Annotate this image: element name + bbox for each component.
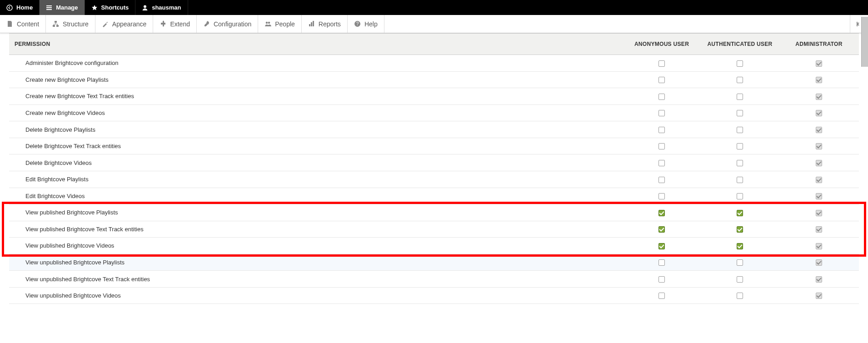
permission-cell (623, 55, 701, 72)
toolbar-manage[interactable]: Manage (40, 0, 85, 15)
menu-content[interactable]: Content (0, 15, 46, 33)
menu-appearance[interactable]: Appearance (95, 15, 154, 33)
checkbox[interactable] (737, 210, 743, 216)
permission-cell (623, 188, 701, 204)
checkbox[interactable] (658, 210, 665, 216)
toolbar-shortcuts[interactable]: Shortcuts (85, 0, 136, 15)
menu-structure[interactable]: Structure (46, 15, 95, 33)
permission-cell (623, 204, 701, 221)
checkbox-locked (816, 94, 822, 100)
checkbox[interactable] (658, 193, 665, 199)
permission-label: Edit Brightcove Videos (9, 188, 623, 204)
permission-cell (701, 188, 779, 204)
checkbox[interactable] (658, 110, 665, 116)
checkbox[interactable] (737, 77, 743, 83)
checkbox[interactable] (737, 276, 743, 283)
table-row: Create new Brightcove Playlists (9, 71, 859, 88)
table-row: View published Brightcove Text Track ent… (9, 221, 859, 238)
permission-cell (779, 221, 859, 238)
menu-help-label: Help (364, 20, 378, 28)
svg-rect-2 (55, 21, 57, 23)
permission-cell (623, 154, 701, 171)
checkbox[interactable] (658, 160, 665, 166)
table-row: View unpublished Brightcove Text Track e… (9, 271, 859, 288)
menu-content-label: Content (17, 20, 39, 28)
checkbox[interactable] (658, 293, 665, 299)
checkbox[interactable] (737, 259, 743, 266)
permission-cell (701, 154, 779, 171)
toolbar-user[interactable]: shausman (135, 0, 188, 15)
permissions-table: Permission Anonymous user Authenticated … (9, 33, 859, 304)
checkbox-locked (816, 177, 822, 183)
checkbox-locked (816, 210, 822, 216)
permission-cell (701, 121, 779, 138)
checkbox[interactable] (658, 243, 665, 249)
permission-cell (623, 138, 701, 154)
checkbox[interactable] (658, 276, 665, 283)
permission-label: Create new Brightcove Playlists (9, 71, 623, 88)
checkbox[interactable] (737, 60, 743, 67)
table-row: View published Brightcove Playlists (9, 204, 859, 221)
people-icon (264, 20, 271, 27)
menu-extend[interactable]: Extend (153, 15, 197, 33)
checkbox[interactable] (737, 160, 743, 166)
permission-cell (779, 287, 859, 304)
checkbox[interactable] (737, 243, 743, 249)
checkbox[interactable] (658, 259, 665, 266)
checkbox[interactable] (737, 226, 743, 233)
permission-label: Delete Brightcove Playlists (9, 121, 623, 138)
checkbox[interactable] (737, 177, 743, 183)
checkbox-locked (816, 293, 822, 299)
menu-help[interactable]: ? Help (348, 15, 384, 33)
menu-people[interactable]: People (258, 15, 302, 33)
checkbox[interactable] (658, 60, 665, 67)
checkbox[interactable] (737, 293, 743, 299)
col-anonymous: Anonymous user (623, 34, 701, 55)
checkbox-locked (816, 60, 822, 67)
table-row: Delete Brightcove Videos (9, 154, 859, 171)
permission-label: Edit Brightcove Playlists (9, 171, 623, 188)
svg-point-5 (266, 22, 268, 24)
table-row: View published Brightcove Videos (9, 238, 859, 254)
checkbox[interactable] (658, 94, 665, 100)
permissions-table-wrap: Permission Anonymous user Authenticated … (9, 33, 859, 304)
checkbox-locked (816, 259, 822, 266)
permission-cell (701, 171, 779, 188)
checkbox[interactable] (658, 143, 665, 149)
svg-rect-4 (56, 25, 59, 27)
checkbox[interactable] (658, 177, 665, 183)
svg-point-6 (268, 22, 270, 24)
checkbox-locked (816, 77, 822, 83)
permission-cell (701, 204, 779, 221)
checkbox[interactable] (658, 77, 665, 83)
menu-configuration[interactable]: Configuration (197, 15, 258, 33)
checkbox[interactable] (737, 143, 743, 149)
permission-cell (779, 238, 859, 254)
menu-reports[interactable]: Reports (302, 15, 348, 33)
checkbox[interactable] (737, 94, 743, 100)
permission-cell (779, 88, 859, 105)
col-authenticated: Authenticated user (701, 34, 779, 55)
appearance-icon (102, 20, 109, 27)
checkbox[interactable] (737, 193, 743, 199)
checkbox[interactable] (658, 226, 665, 233)
permission-cell (623, 121, 701, 138)
toolbar-home[interactable]: Home (0, 0, 40, 15)
checkbox[interactable] (737, 127, 743, 133)
svg-rect-9 (313, 21, 314, 26)
checkbox-locked (816, 243, 822, 249)
permission-cell (701, 271, 779, 288)
checkbox[interactable] (658, 127, 665, 133)
permission-cell (623, 287, 701, 304)
permission-cell (779, 154, 859, 171)
menu-icon (46, 5, 52, 11)
table-header-row: Permission Anonymous user Authenticated … (9, 34, 859, 55)
permission-cell (779, 188, 859, 204)
collapse-icon (854, 20, 862, 28)
permission-cell (701, 138, 779, 154)
permission-label: View published Brightcove Playlists (9, 204, 623, 221)
permission-cell (779, 71, 859, 88)
checkbox[interactable] (737, 110, 743, 116)
scrollbar[interactable] (861, 17, 868, 67)
permission-label: Delete Brightcove Text Track entities (9, 138, 623, 154)
